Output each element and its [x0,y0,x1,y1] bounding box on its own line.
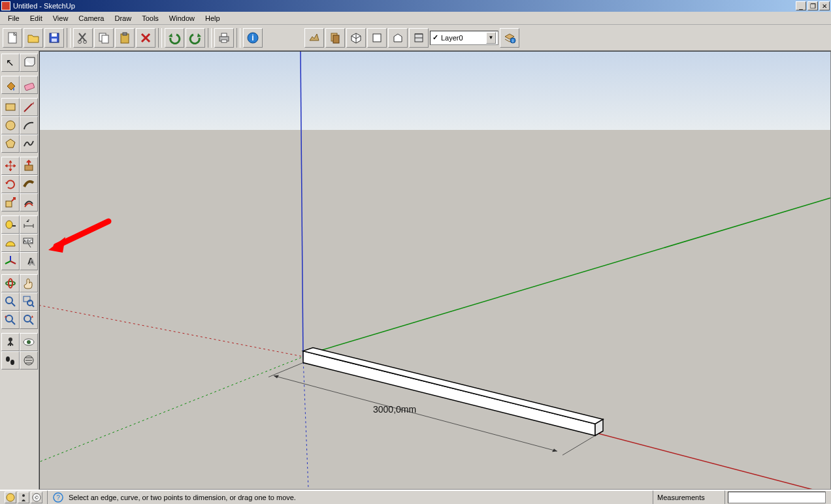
svg-text:©: © [35,495,39,501]
polygon-tool-icon[interactable] [1,134,20,153]
model-info-icon[interactable]: i [243,28,263,48]
toolbar-sep [67,28,71,48]
new-file-icon[interactable] [3,28,22,48]
layer-selected-name: Layer0 [441,34,463,42]
followme-tool-icon[interactable] [20,175,38,193]
previous-view-icon[interactable] [1,311,20,329]
position-camera-icon[interactable] [1,333,20,351]
menu-file[interactable]: File [3,13,25,24]
zoom-window-icon[interactable] [20,292,38,311]
undo-icon[interactable] [165,28,184,48]
menu-view[interactable]: View [48,13,74,24]
svg-rect-7 [102,35,108,43]
open-file-icon[interactable] [24,28,43,48]
dimension-tool-icon[interactable]: * [20,215,38,234]
svg-point-44 [10,360,14,365]
delete-icon[interactable] [136,28,155,48]
hint-info-icon: ? [52,492,64,503]
3dtext-tool-icon[interactable]: AA [20,252,38,270]
svg-rect-23 [6,104,15,110]
menu-edit[interactable]: Edit [25,13,48,24]
toggle-terrain-icon[interactable] [304,28,324,48]
orbit-tool-icon[interactable] [1,274,20,292]
svg-point-42 [27,340,31,344]
status-geo-icon[interactable] [5,492,16,503]
toggle-shadows-icon[interactable] [325,28,345,48]
circle-tool-icon[interactable] [1,116,20,134]
svg-text:i: i [252,33,253,42]
print-icon[interactable] [214,28,234,48]
cut-icon[interactable] [73,28,93,48]
svg-point-35 [6,297,12,304]
rotate-tool-icon[interactable] [1,175,20,193]
menu-tools[interactable]: Tools [137,13,164,24]
menu-camera[interactable]: Camera [73,13,109,24]
chevron-down-icon[interactable]: ▼ [486,32,496,44]
zoom-tool-icon[interactable] [1,292,20,311]
menu-draw[interactable]: Draw [109,13,137,24]
rectangle-tool-icon[interactable] [1,98,20,116]
status-credits-icon[interactable]: © [31,492,42,503]
top-view-icon[interactable] [367,28,387,48]
viewport[interactable]: 3000,0mm [39,51,831,490]
svg-rect-12 [221,40,227,42]
measurements-label: Measurements [653,490,725,504]
close-button[interactable]: ✕ [819,1,830,10]
copy-icon[interactable] [94,28,114,48]
arc-tool-icon[interactable] [20,116,38,134]
cursor-icon: ↖ [6,57,14,69]
freehand-tool-icon[interactable] [20,134,38,153]
status-bar: © ? Select an edge, curve, or two points… [0,490,831,504]
front-view-icon[interactable] [388,28,408,48]
move-tool-icon[interactable] [1,157,20,175]
paste-icon[interactable] [115,28,135,48]
restore-button[interactable]: ❐ [807,1,818,10]
next-view-icon[interactable] [20,311,38,329]
status-hint-text: Select an edge, curve, or two points to … [69,494,296,501]
main-toolbar: i ✓ Layer0 ▼ i [0,25,831,51]
svg-text:*: * [27,219,29,223]
redo-icon[interactable] [186,28,205,48]
protractor-icon[interactable] [1,234,20,252]
status-person-icon[interactable] [18,492,29,503]
select-tool-icon[interactable]: ↖ [1,54,20,72]
menu-window[interactable]: Window [164,13,200,24]
menu-help[interactable]: Help [200,13,225,24]
app-icon [1,1,10,10]
measurements-input[interactable] [728,492,826,503]
axes-tool-icon[interactable] [1,252,20,270]
toolbar-sep [158,28,162,48]
svg-point-40 [8,338,12,341]
pan-tool-icon[interactable] [20,274,38,292]
svg-point-43 [6,356,10,362]
look-around-icon[interactable] [20,333,38,351]
text-tool-icon[interactable]: ABC [20,234,38,252]
svg-text:?: ? [56,494,60,501]
iso-view-icon[interactable] [346,28,366,48]
svg-rect-22 [24,83,35,91]
minimize-button[interactable]: _ [796,1,806,10]
svg-point-39 [24,315,31,322]
svg-point-34 [8,279,12,288]
right-view-icon[interactable] [409,28,429,48]
scale-tool-icon[interactable] [1,193,20,212]
svg-point-33 [6,281,15,285]
make-component-icon[interactable] [20,54,38,72]
offset-tool-icon[interactable] [20,193,38,212]
svg-point-24 [6,121,15,130]
eraser-icon[interactable] [20,76,38,94]
save-file-icon[interactable] [44,28,64,48]
toolbar-sep [208,28,212,48]
title-bar: Untitled - SketchUp _ ❐ ✕ [0,0,831,12]
layer-manager-icon[interactable]: i [500,28,519,48]
annotation-arrow-icon [43,215,831,490]
menu-bar: File Edit View Camera Draw Tools Window … [0,12,831,25]
layer-dropdown[interactable]: ✓ Layer0 ▼ [430,31,498,45]
walk-tool-icon[interactable] [1,351,20,370]
section-plane-icon[interactable] [20,351,38,370]
pushpull-tool-icon[interactable] [20,157,38,175]
line-tool-icon[interactable] [20,98,38,116]
paint-bucket-icon[interactable] [1,76,20,94]
toolbar-sep [236,28,240,48]
tape-measure-icon[interactable] [1,215,20,234]
